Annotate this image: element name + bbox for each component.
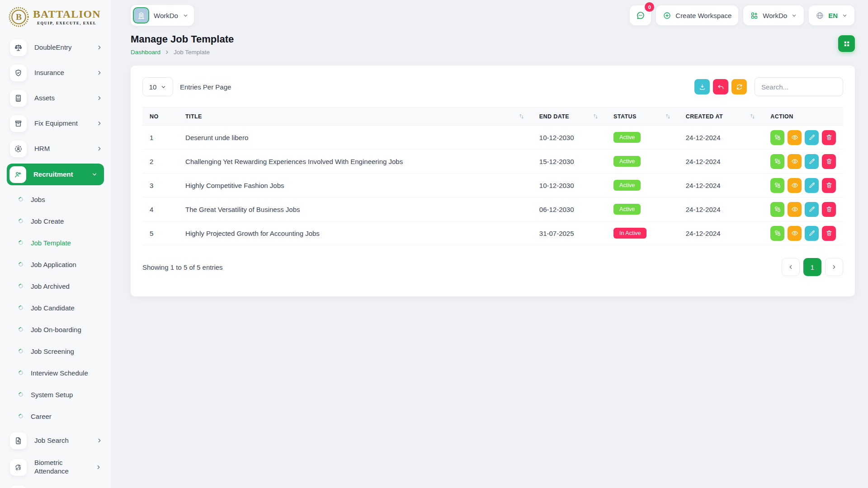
workspace-menu-button[interactable]: WorkDo [743,5,804,25]
cell-no: 4 [142,197,178,221]
undo-icon [717,83,725,91]
sidebar-item-interview-schedule[interactable]: Interview Schedule [0,362,111,384]
cell-title: The Great Versatility of Business Jobs [178,197,532,221]
sidebar-item-job-screening[interactable]: Job Screening [0,340,111,362]
refresh-icon [736,83,743,91]
sidebar-item-system-setup[interactable]: System Setup [0,384,111,405]
cell-title: Challenging Yet Rewarding Experiences In… [178,150,532,174]
breadcrumb-dashboard-link[interactable]: Dashboard [131,49,160,56]
sidebar-item-job-archived[interactable]: Job Archived [0,275,111,297]
bullet-ring-icon [18,283,24,289]
edit-button[interactable] [805,130,819,145]
search-input[interactable] [755,77,843,96]
sort-icon[interactable] [518,113,525,120]
view-button[interactable] [788,130,802,145]
messages-button[interactable]: 0 [630,5,651,25]
cell-title: Highly Competitive Fashion Jobs [178,174,532,197]
delete-button[interactable] [822,154,836,169]
brand-emblem-icon [8,6,29,28]
view-button[interactable] [788,226,802,241]
pagination-page-1[interactable]: 1 [803,258,821,276]
sort-icon[interactable] [592,113,599,120]
sidebar-item-job-candidate[interactable]: Job Candidate [0,297,111,319]
convert-button[interactable] [770,154,784,169]
calculator-icon [10,90,27,107]
edit-button[interactable] [805,178,819,193]
status-badge: Active [613,204,641,215]
view-button[interactable] [788,154,802,169]
table-row: 3 Highly Competitive Fashion Jobs 10-12-… [142,174,843,197]
cell-title: Deserunt unde libero [178,126,532,150]
reload-button[interactable] [731,79,747,94]
sidebar-item-assets[interactable]: Assets [0,85,111,111]
delete-button[interactable] [822,178,836,193]
sidebar-item-doubleentry[interactable]: DoubleEntry [0,35,111,60]
language-selector[interactable]: EN [809,5,854,25]
pagination: 1 [782,258,843,276]
chevron-right-icon [164,49,170,55]
view-button[interactable] [788,178,802,193]
job-template-card: 10 Entries Per Page [131,66,855,296]
grid-view-button[interactable] [838,35,855,52]
main-area: WorkDo 0 Create Workspace WorkDo [111,0,868,488]
breadcrumb: Dashboard Job Template [131,49,234,56]
chevron-right-icon [831,264,837,270]
edit-button[interactable] [805,154,819,169]
sidebar-item-hrm[interactable]: HRM [0,136,111,161]
sidebar-item-job-onboarding[interactable]: Job On-boarding [0,319,111,340]
sidebar: BATTALION EQUIP, EXECUTE, EXEL DoubleEnt… [0,0,111,488]
convert-button[interactable] [770,178,784,193]
sidebar-item-job-create[interactable]: Job Create [0,210,111,232]
column-header-title[interactable]: TITLE [178,108,532,126]
chevron-down-icon [842,13,848,19]
cell-end-date: 06-12-2030 [532,197,606,221]
convert-button[interactable] [770,226,784,241]
pagination-next-button[interactable] [825,258,843,276]
entries-per-page-select[interactable]: 10 [142,77,173,96]
convert-button[interactable] [770,202,784,217]
delete-button[interactable] [822,202,836,217]
export-button[interactable] [694,79,710,94]
delete-button[interactable] [822,226,836,241]
cell-created-at: 24-12-2024 [679,197,764,221]
sidebar-item-label: HRM [34,145,89,153]
cell-no: 2 [142,150,178,174]
table-row: 5 Highly Projected Growth for Accounting… [142,221,843,245]
sidebar-item-job-search[interactable]: Job Search [0,428,111,453]
sort-icon[interactable] [749,113,756,120]
pagination-prev-button[interactable] [782,258,800,276]
convert-icon [774,134,781,141]
sidebar-item-recruitment[interactable]: Recruitment [7,164,104,185]
pencil-icon [808,230,816,237]
delete-button[interactable] [822,130,836,145]
sort-icon[interactable] [665,113,671,120]
cell-end-date: 15-12-2030 [532,150,606,174]
edit-button[interactable] [805,202,819,217]
column-header-status[interactable]: STATUS [606,108,679,126]
sidebar-item-fix-equipment[interactable]: Fix Equipment [0,111,111,136]
reset-button[interactable] [713,79,728,94]
view-button[interactable] [788,202,802,217]
convert-button[interactable] [770,130,784,145]
app-root: BATTALION EQUIP, EXECUTE, EXEL DoubleEnt… [0,0,868,488]
sidebar-item-clipped[interactable] [0,481,111,488]
recruitment-submenu: Jobs Job Create Job Template Job Applica… [0,188,111,428]
workspace-selector[interactable]: WorkDo [131,5,194,26]
sidebar-item-job-template[interactable]: Job Template [0,232,111,253]
sidebar-item-insurance[interactable]: Insurance [0,60,111,85]
eye-icon [791,134,798,141]
workspace-building-icon [133,7,149,23]
edit-button[interactable] [805,226,819,241]
bullet-ring-icon [18,196,24,202]
sidebar-item-biometric-attendance[interactable]: Biometric Attendance [0,453,111,481]
create-workspace-button[interactable]: Create Workspace [656,5,738,25]
brand-logo[interactable]: BATTALION EQUIP, EXECUTE, EXEL [0,0,111,32]
sidebar-item-job-application[interactable]: Job Application [0,253,111,275]
sidebar-item-career[interactable]: Career [0,405,111,427]
column-header-created-at[interactable]: CREATED AT [679,108,764,126]
column-header-no[interactable]: NO [142,108,178,126]
status-badge: In Active [613,228,646,239]
sidebar-item-jobs[interactable]: Jobs [0,188,111,210]
column-header-end-date[interactable]: END DATE [532,108,606,126]
bullet-ring-icon [18,391,24,398]
